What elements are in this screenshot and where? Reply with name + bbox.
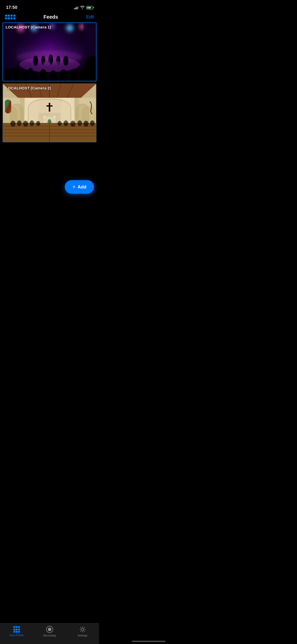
- grid-icon[interactable]: [5, 15, 15, 19]
- svg-point-61: [90, 120, 95, 126]
- status-icons: ⚡: [74, 6, 93, 9]
- status-bar: 17:50 ⚡: [0, 0, 99, 13]
- svg-point-3: [33, 56, 38, 66]
- svg-point-52: [17, 120, 22, 126]
- feeds-list: LOCALHOST (Camera 1): [0, 22, 99, 142]
- svg-point-22: [10, 68, 16, 79]
- add-button-label: Add: [78, 184, 86, 190]
- svg-point-23: [19, 68, 25, 78]
- feed-label-camera2: LOCALHOST (Camera 2): [6, 86, 51, 90]
- wifi-icon: [80, 6, 85, 9]
- svg-point-24: [28, 68, 34, 79]
- edit-button[interactable]: Edit: [86, 14, 94, 20]
- svg-rect-44: [5, 100, 11, 113]
- svg-point-42: [44, 116, 45, 117]
- svg-point-8: [43, 61, 51, 65]
- add-button-container: + Add: [0, 175, 99, 198]
- nav-bar: Feeds Edit: [0, 13, 99, 22]
- feed-label-camera1: LOCALHOST (Camera 1): [6, 25, 51, 29]
- status-time: 17:50: [6, 5, 17, 10]
- svg-point-59: [78, 120, 82, 126]
- svg-point-9: [54, 61, 60, 65]
- page-title: Feeds: [44, 14, 58, 20]
- svg-point-17: [70, 69, 78, 81]
- feed-card-camera2[interactable]: LOCALHOST (Camera 2): [3, 83, 96, 142]
- svg-rect-40: [47, 105, 53, 107]
- svg-point-7: [63, 56, 69, 66]
- camera1-scene: [3, 23, 96, 81]
- battery-icon: ⚡: [86, 6, 93, 9]
- camera2-scene: [3, 84, 96, 142]
- add-plus-icon: +: [72, 184, 76, 190]
- svg-rect-0: [3, 23, 16, 68]
- add-button[interactable]: + Add: [65, 180, 94, 194]
- svg-point-60: [84, 121, 89, 127]
- signal-bars-icon: [74, 6, 79, 9]
- feed-card-camera1[interactable]: LOCALHOST (Camera 1): [3, 22, 96, 81]
- svg-point-43: [54, 116, 55, 117]
- svg-point-51: [11, 121, 16, 127]
- svg-rect-39: [49, 103, 50, 112]
